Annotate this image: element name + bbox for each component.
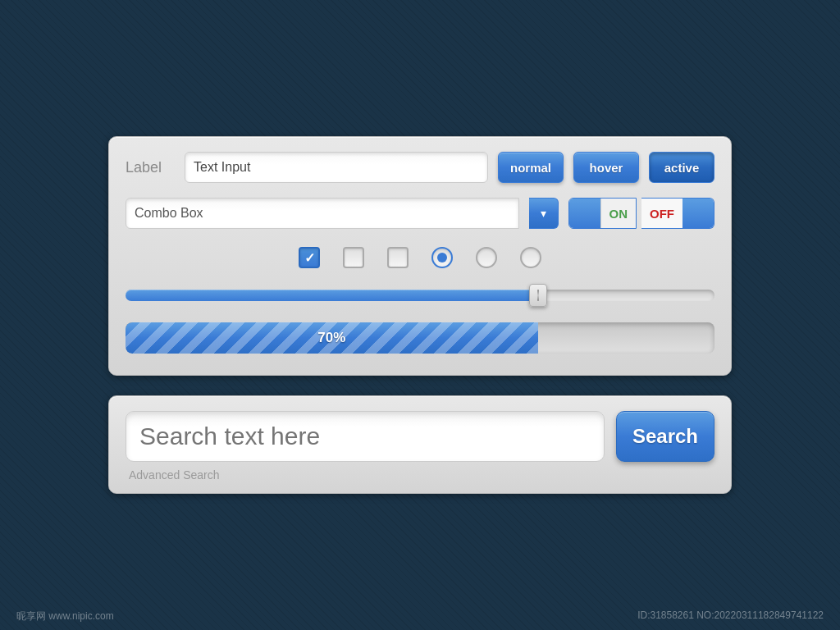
toggle-on-label: ON xyxy=(600,199,637,228)
watermark-right: ID:31858261 NO:20220311182849741122 xyxy=(637,609,824,623)
label-row: Label normal hover active xyxy=(126,152,714,183)
slider-row xyxy=(126,286,714,304)
top-panel: Label normal hover active ▾ ON OFF xyxy=(108,136,732,376)
radio-1[interactable] xyxy=(431,247,453,268)
progress-row: 70% xyxy=(126,319,714,357)
toggle-off[interactable]: OFF xyxy=(641,198,714,229)
combo-row: ▾ ON OFF xyxy=(126,198,714,229)
checkbox-3[interactable] xyxy=(387,247,409,268)
radio-2[interactable] xyxy=(476,247,497,268)
toggle-on-left-track xyxy=(569,199,600,228)
text-input[interactable] xyxy=(185,152,488,183)
slider-track xyxy=(126,290,714,301)
toggle-on[interactable]: ON xyxy=(568,198,637,229)
controls-row xyxy=(126,244,714,272)
watermark-left: 昵享网 www.nipic.com xyxy=(16,609,114,623)
label-text: Label xyxy=(126,159,175,176)
toggle-off-label: OFF xyxy=(641,199,682,228)
combo-box-input[interactable] xyxy=(126,198,519,229)
watermark: 昵享网 www.nipic.com ID:31858261 NO:2022031… xyxy=(0,609,840,623)
toggle-group: ON OFF xyxy=(568,198,715,229)
normal-button[interactable]: normal xyxy=(498,152,564,183)
hover-button[interactable]: hover xyxy=(573,152,639,183)
chevron-down-icon: ▾ xyxy=(541,207,546,220)
progress-label: 70% xyxy=(317,330,345,346)
radio-3[interactable] xyxy=(520,247,541,268)
checkbox-1[interactable] xyxy=(299,247,320,268)
active-button[interactable]: active xyxy=(649,152,714,183)
progress-track: 70% xyxy=(126,322,714,354)
toggle-off-right-track xyxy=(682,199,714,228)
search-input[interactable] xyxy=(126,411,605,462)
slider-thumb[interactable] xyxy=(529,284,547,307)
advanced-search-link[interactable]: Advanced Search xyxy=(126,468,714,482)
search-button[interactable]: Search xyxy=(616,411,714,462)
search-row: Search xyxy=(126,411,714,462)
slider-fill xyxy=(126,290,538,301)
checkbox-2[interactable] xyxy=(343,247,364,268)
combo-arrow-button[interactable]: ▾ xyxy=(529,198,559,229)
bottom-panel: Search Advanced Search xyxy=(108,395,732,494)
